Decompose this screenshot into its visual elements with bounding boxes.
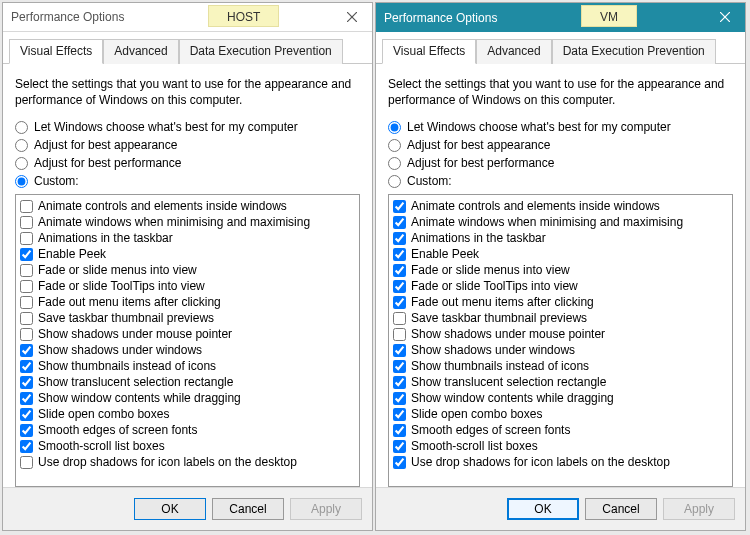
effect-option[interactable]: Use drop shadows for icon labels on the … — [20, 454, 355, 470]
effect-option[interactable]: Smooth edges of screen fonts — [393, 422, 728, 438]
radio-option-0[interactable]: Let Windows choose what's best for my co… — [15, 120, 360, 134]
effect-option[interactable]: Show window contents while dragging — [393, 390, 728, 406]
cancel-button[interactable]: Cancel — [585, 498, 657, 520]
tab-dep[interactable]: Data Execution Prevention — [552, 39, 716, 64]
effect-checkbox[interactable] — [393, 424, 406, 437]
effect-checkbox[interactable] — [20, 392, 33, 405]
effect-option[interactable]: Slide open combo boxes — [20, 406, 355, 422]
effect-checkbox[interactable] — [20, 296, 33, 309]
effect-checkbox[interactable] — [20, 456, 33, 469]
effect-checkbox[interactable] — [20, 408, 33, 421]
effect-option[interactable]: Show window contents while dragging — [20, 390, 355, 406]
effect-checkbox[interactable] — [393, 328, 406, 341]
tab-advanced[interactable]: Advanced — [103, 39, 178, 64]
effect-option[interactable]: Slide open combo boxes — [393, 406, 728, 422]
effect-option[interactable]: Show shadows under mouse pointer — [393, 326, 728, 342]
effect-option[interactable]: Animate windows when minimising and maxi… — [20, 214, 355, 230]
effect-checkbox[interactable] — [20, 264, 33, 277]
effect-checkbox[interactable] — [393, 440, 406, 453]
effect-option[interactable]: Save taskbar thumbnail previews — [393, 310, 728, 326]
radio-input[interactable] — [15, 157, 28, 170]
effect-checkbox[interactable] — [20, 248, 33, 261]
effect-checkbox[interactable] — [393, 232, 406, 245]
effect-option[interactable]: Show shadows under windows — [20, 342, 355, 358]
tab-visual-effects[interactable]: Visual Effects — [9, 39, 103, 64]
effect-checkbox[interactable] — [393, 360, 406, 373]
radio-input[interactable] — [15, 121, 28, 134]
effect-checkbox[interactable] — [20, 440, 33, 453]
effect-checkbox[interactable] — [393, 312, 406, 325]
effect-checkbox[interactable] — [20, 232, 33, 245]
effects-list[interactable]: Animate controls and elements inside win… — [388, 194, 733, 487]
effect-option[interactable]: Save taskbar thumbnail previews — [20, 310, 355, 326]
ok-button[interactable]: OK — [507, 498, 579, 520]
effect-option[interactable]: Show thumbnails instead of icons — [20, 358, 355, 374]
effect-checkbox[interactable] — [393, 344, 406, 357]
effect-option[interactable]: Fade out menu items after clicking — [20, 294, 355, 310]
close-button[interactable] — [338, 7, 366, 27]
effect-checkbox[interactable] — [393, 248, 406, 261]
effect-option[interactable]: Show shadows under mouse pointer — [20, 326, 355, 342]
tab-advanced[interactable]: Advanced — [476, 39, 551, 64]
apply-button[interactable]: Apply — [290, 498, 362, 520]
effect-option[interactable]: Animations in the taskbar — [393, 230, 728, 246]
cancel-button[interactable]: Cancel — [212, 498, 284, 520]
effect-checkbox[interactable] — [20, 328, 33, 341]
radio-input[interactable] — [15, 175, 28, 188]
tab-visual-effects[interactable]: Visual Effects — [382, 39, 476, 64]
effect-checkbox[interactable] — [20, 200, 33, 213]
radio-option-3[interactable]: Custom: — [388, 174, 733, 188]
radio-option-0[interactable]: Let Windows choose what's best for my co… — [388, 120, 733, 134]
effect-option[interactable]: Animate windows when minimising and maxi… — [393, 214, 728, 230]
effect-option[interactable]: Animate controls and elements inside win… — [393, 198, 728, 214]
effect-checkbox[interactable] — [20, 216, 33, 229]
radio-input[interactable] — [388, 175, 401, 188]
effect-checkbox[interactable] — [393, 376, 406, 389]
radio-input[interactable] — [15, 139, 28, 152]
effect-checkbox[interactable] — [393, 264, 406, 277]
effect-option[interactable]: Fade or slide ToolTips into view — [20, 278, 355, 294]
effect-option[interactable]: Show shadows under windows — [393, 342, 728, 358]
radio-input[interactable] — [388, 121, 401, 134]
radio-option-1[interactable]: Adjust for best appearance — [15, 138, 360, 152]
effect-checkbox[interactable] — [393, 392, 406, 405]
radio-option-3[interactable]: Custom: — [15, 174, 360, 188]
effect-checkbox[interactable] — [20, 344, 33, 357]
effect-option[interactable]: Fade or slide menus into view — [20, 262, 355, 278]
effect-option[interactable]: Smooth-scroll list boxes — [393, 438, 728, 454]
effect-option[interactable]: Show thumbnails instead of icons — [393, 358, 728, 374]
effect-option[interactable]: Fade or slide menus into view — [393, 262, 728, 278]
effect-option[interactable]: Show translucent selection rectangle — [20, 374, 355, 390]
effect-option[interactable]: Smooth-scroll list boxes — [20, 438, 355, 454]
effect-option[interactable]: Animate controls and elements inside win… — [20, 198, 355, 214]
apply-button[interactable]: Apply — [663, 498, 735, 520]
radio-option-2[interactable]: Adjust for best performance — [15, 156, 360, 170]
radio-option-1[interactable]: Adjust for best appearance — [388, 138, 733, 152]
effect-option[interactable]: Fade or slide ToolTips into view — [393, 278, 728, 294]
effect-checkbox[interactable] — [20, 376, 33, 389]
ok-button[interactable]: OK — [134, 498, 206, 520]
close-button[interactable] — [711, 7, 739, 27]
radio-input[interactable] — [388, 139, 401, 152]
effect-option[interactable]: Show translucent selection rectangle — [393, 374, 728, 390]
effect-checkbox[interactable] — [20, 424, 33, 437]
radio-input[interactable] — [388, 157, 401, 170]
effect-checkbox[interactable] — [20, 280, 33, 293]
effect-option[interactable]: Enable Peek — [393, 246, 728, 262]
effect-option[interactable]: Animations in the taskbar — [20, 230, 355, 246]
effects-list[interactable]: Animate controls and elements inside win… — [15, 194, 360, 487]
effect-checkbox[interactable] — [393, 408, 406, 421]
effect-checkbox[interactable] — [20, 312, 33, 325]
tab-dep[interactable]: Data Execution Prevention — [179, 39, 343, 64]
effect-checkbox[interactable] — [393, 456, 406, 469]
effect-option[interactable]: Enable Peek — [20, 246, 355, 262]
effect-checkbox[interactable] — [393, 200, 406, 213]
radio-option-2[interactable]: Adjust for best performance — [388, 156, 733, 170]
effect-checkbox[interactable] — [393, 280, 406, 293]
effect-checkbox[interactable] — [393, 296, 406, 309]
effect-checkbox[interactable] — [393, 216, 406, 229]
effect-option[interactable]: Fade out menu items after clicking — [393, 294, 728, 310]
effect-checkbox[interactable] — [20, 360, 33, 373]
effect-option[interactable]: Smooth edges of screen fonts — [20, 422, 355, 438]
effect-option[interactable]: Use drop shadows for icon labels on the … — [393, 454, 728, 470]
